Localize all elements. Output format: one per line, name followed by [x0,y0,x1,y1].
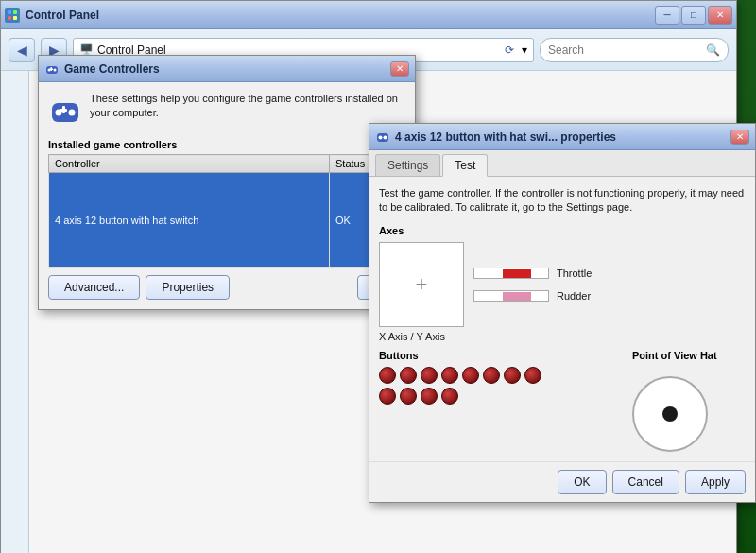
axes-label: Axes [379,225,746,236]
pov-circle [632,376,708,452]
btn-dot-2 [400,367,417,384]
btn-dot-8 [524,367,541,384]
gc-info-icon [48,92,82,130]
gc-button-row: Advanced... Properties OK [48,275,405,300]
axes-section: Axes + Throttle R [379,225,746,342]
props-footer: OK Cancel Apply [369,461,755,502]
btn-dot-11 [421,388,438,405]
buttons-group: Buttons [379,350,623,452]
gc-controller-name: 4 axis 12 button with hat switch [49,173,330,268]
props-titlebar: 4 axis 12 button with hat swi... propert… [369,124,755,150]
xy-symbol: + [416,272,428,297]
throttle-bar [473,268,549,279]
props-ok-button[interactable]: OK [558,470,606,494]
props-body: Test the game controller. If the control… [369,177,755,461]
gc-title-text: Game Controllers [64,62,390,76]
props-title-icon [375,130,390,145]
btn-dot-5 [462,367,479,384]
buttons-label: Buttons [379,350,623,361]
props-close-button[interactable]: ✕ [730,130,749,145]
search-box[interactable]: 🔍 [540,38,729,62]
properties-dialog: 4 axis 12 button with hat swi... propert… [369,123,756,503]
svg-point-6 [54,68,57,71]
svg-rect-0 [8,10,11,14]
tab-test[interactable]: Test [442,154,488,177]
gc-col-controller: Controller [49,155,330,173]
throttle-row: Throttle [473,268,613,279]
search-icon: 🔍 [706,43,720,57]
cp-minimize-button[interactable]: ─ [655,6,679,25]
gc-titlebar: Game Controllers ✕ [39,56,415,82]
button-dots-container [379,367,549,405]
rudder-bar [473,290,549,302]
axes-bars: Throttle Rudder [473,268,613,302]
svg-point-11 [69,110,76,116]
btn-dot-10 [400,388,417,405]
cp-window-buttons: ─ □ ✕ [655,6,732,25]
gc-close-button[interactable]: ✕ [390,61,409,77]
btn-dot-4 [441,367,458,384]
cp-titlebar: Control Panel ─ □ ✕ [1,1,736,29]
btn-dot-1 [379,367,396,384]
gc-info: These settings help you configure the ga… [48,92,405,130]
props-apply-button[interactable]: Apply [685,470,746,494]
gc-properties-button[interactable]: Properties [146,275,230,300]
gc-table-row[interactable]: 4 axis 12 button with hat switch OK [49,173,405,268]
rudder-fill [503,292,531,302]
pov-dot [662,406,678,422]
gc-table: Controller Status 4 axis 12 button with … [48,154,405,268]
rudder-label: Rudder [557,290,613,302]
rudder-row: Rudder [473,290,613,302]
pov-group: Point of View Hat [632,350,746,452]
cp-close-button[interactable]: ✕ [708,6,732,25]
back-button[interactable]: ◀ [9,38,35,62]
svg-rect-3 [13,16,17,20]
buttons-section: Buttons Point of View Hat [379,350,746,452]
gc-title-icon [44,61,60,77]
gc-info-text: These settings help you configure the ga… [90,92,405,130]
svg-rect-1 [13,10,17,14]
svg-rect-2 [8,16,11,20]
axes-content: + Throttle Rudder [379,242,746,327]
props-cancel-button[interactable]: Cancel [612,470,679,494]
tab-settings[interactable]: Settings [375,154,440,176]
game-controllers-dialog: Game Controllers ✕ These settings help y… [38,55,416,310]
dropdown-icon[interactable]: ▾ [522,43,527,57]
props-title-text: 4 axis 12 button with hat swi... propert… [395,130,730,144]
throttle-fill [503,269,531,279]
cp-sidebar [1,71,29,553]
btn-dot-12 [441,388,458,405]
props-desc: Test the game controller. If the control… [379,186,746,216]
gc-body: These settings help you configure the ga… [39,82,415,309]
gc-advanced-button[interactable]: Advanced... [48,275,140,300]
props-tabs: Settings Test [369,150,755,177]
xy-box: + [379,242,464,327]
throttle-label: Throttle [557,268,613,279]
btn-dot-3 [421,367,438,384]
cp-maximize-button[interactable]: □ [681,6,706,25]
gc-installed-label: Installed game controllers [48,139,405,150]
pov-label: Point of View Hat [632,350,746,361]
xy-axis-label: X Axis / Y Axis [379,331,746,342]
svg-rect-8 [49,68,53,70]
svg-point-16 [384,135,387,139]
btn-dot-6 [483,367,500,384]
cp-title-icon [5,8,20,23]
btn-dot-9 [379,388,396,405]
svg-rect-13 [60,109,67,112]
refresh-button[interactable]: ⟳ [501,42,518,59]
svg-point-15 [379,135,383,139]
search-input[interactable] [548,43,702,57]
cp-title-text: Control Panel [26,9,655,22]
btn-dot-7 [504,367,521,384]
